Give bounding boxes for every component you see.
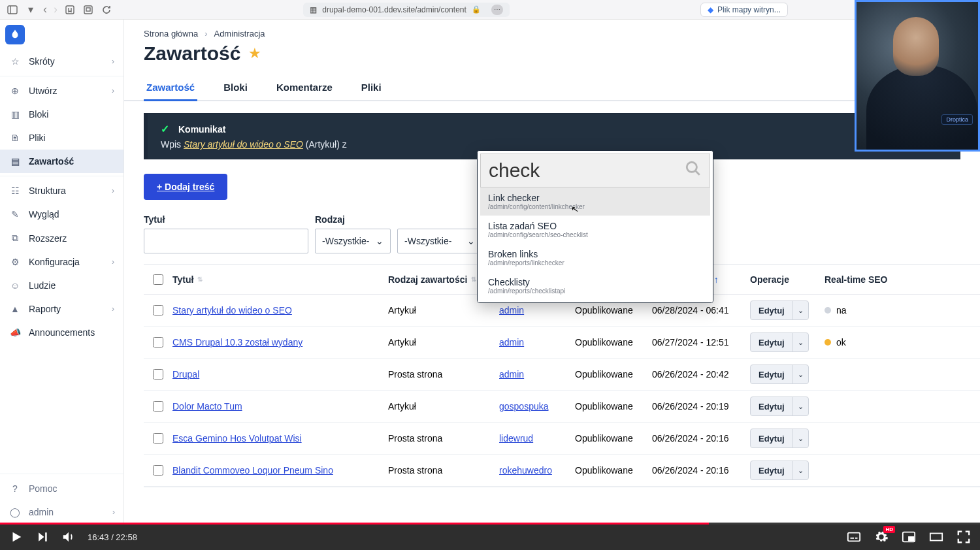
message-text: (Artykuł)	[306, 139, 340, 150]
row-title-link[interactable]: CMS Drupal 10.3 został wydany	[172, 337, 302, 348]
sidebar-item-bloki[interactable]: ▥Bloki	[0, 103, 123, 126]
row-title-link[interactable]: Esca Gemino Hos Volutpat Wisi	[172, 433, 302, 444]
sidebar-shortcuts[interactable]: ☆ Skróty ›	[0, 50, 123, 73]
row-type: Artykuł	[388, 305, 499, 315]
sidebar-item-struktura[interactable]: ☷Struktura›	[0, 179, 123, 202]
select-all-checkbox[interactable]	[153, 274, 163, 285]
fullscreen-button[interactable]	[956, 530, 971, 544]
refresh-icon[interactable]	[101, 4, 112, 16]
sidebar-item-label: Konfiguracja	[29, 257, 80, 267]
result-title: Link checker	[488, 193, 702, 203]
search-result-item[interactable]: Link checker/admin/config/content/linkch…	[480, 187, 710, 216]
row-author-link[interactable]: admin	[499, 337, 524, 348]
extension-label: Plik mapy witryn...	[717, 5, 781, 14]
miniplayer-button[interactable]	[902, 530, 916, 544]
sidebar-item-rozszerz[interactable]: ⧉Rozszerz	[0, 226, 123, 250]
volume-button[interactable]	[61, 530, 76, 544]
row-author-link[interactable]: rokehuwedro	[499, 465, 552, 476]
theater-button[interactable]	[929, 530, 943, 544]
chevron-down-icon[interactable]: ⌄	[792, 429, 808, 447]
sidebar-admin-user[interactable]: ◯ admin ›	[0, 500, 124, 524]
next-button[interactable]	[35, 530, 50, 544]
edit-button[interactable]: Edytuj⌄	[750, 364, 809, 384]
sidebar-toggle-icon[interactable]	[7, 4, 18, 16]
row-author-link[interactable]: lidewrud	[499, 433, 533, 444]
tab-pliki[interactable]: Pliki	[359, 75, 384, 101]
sidebar-help[interactable]: ? Pomoc	[0, 477, 124, 500]
extend-icon: ⧉	[9, 233, 21, 244]
row-title-link[interactable]: Blandit Commoveo Loquor Pneum Sino	[172, 465, 333, 476]
play-button[interactable]	[9, 530, 24, 544]
bookmark-square-icon[interactable]	[64, 4, 76, 16]
sidebar-item-ludzie[interactable]: ☺Ludzie	[0, 274, 123, 297]
breadcrumb: Strona główna › Administracja	[124, 20, 980, 40]
result-path: /admin/reports/checklistapi	[488, 287, 702, 295]
screen-square-icon[interactable]	[82, 4, 94, 16]
tab-komentarze[interactable]: Komentarze	[274, 75, 335, 101]
chevron-down-icon[interactable]: ⌄	[792, 301, 808, 319]
breadcrumb-item[interactable]: Administracja	[214, 29, 265, 39]
sidebar-item-label: Wygląd	[29, 209, 59, 219]
chevron-right-icon: ›	[112, 257, 114, 267]
message-link[interactable]: Stary artykuł do wideo o SEO	[184, 139, 303, 150]
chevron-down-icon[interactable]: ⌄	[792, 333, 808, 351]
sidebar-item-zawartość[interactable]: ▤Zawartość	[0, 150, 123, 173]
chevron-down-icon[interactable]: ⌄	[792, 397, 808, 415]
nav-back-icon[interactable]: ‹	[43, 3, 47, 16]
translate-icon[interactable]: ⋯	[491, 5, 503, 15]
filter-title-input[interactable]	[144, 229, 308, 253]
seo-cell: na	[825, 305, 890, 315]
search-result-item[interactable]: Lista zadań SEO/admin/config/search/seo-…	[480, 216, 710, 244]
search-input-row[interactable]: check	[480, 154, 710, 187]
appearance-icon: ✎	[9, 209, 21, 219]
row-title-link[interactable]: Stary artykuł do wideo o SEO	[172, 305, 292, 315]
chevron-down-icon[interactable]: ⌄	[792, 365, 808, 383]
row-checkbox[interactable]	[153, 401, 163, 412]
edit-button[interactable]: Edytuj⌄	[750, 396, 809, 416]
row-checkbox[interactable]	[153, 369, 163, 380]
sidebar-item-raporty[interactable]: ▲Raporty›	[0, 297, 123, 321]
favorite-star-icon[interactable]: ★	[248, 45, 261, 62]
tab-bloki[interactable]: Bloki	[221, 75, 250, 101]
sidebar-item-wygląd[interactable]: ✎Wygląd	[0, 202, 123, 226]
seo-status-text: ok	[836, 337, 846, 348]
edit-button[interactable]: Edytuj⌄	[750, 461, 809, 480]
add-content-button[interactable]: + Dodaj treść	[144, 174, 227, 200]
breadcrumb-item[interactable]: Strona główna	[144, 29, 198, 39]
filter-status-select[interactable]: -Wszystkie- ⌄	[397, 229, 482, 253]
sidebar-item-label: Rozszerz	[29, 233, 67, 244]
search-result-item[interactable]: Broken links/admin/reports/linkchecker	[480, 244, 710, 272]
edit-button[interactable]: Edytuj⌄	[750, 429, 809, 448]
edit-button[interactable]: Edytuj⌄	[750, 300, 809, 320]
sidebar-item-pliki[interactable]: 🗎Pliki	[0, 126, 123, 150]
sidebar-item-label: Utwórz	[29, 86, 57, 96]
sidebar-item-konfiguracja[interactable]: ⚙Konfiguracja›	[0, 250, 123, 274]
result-path: /admin/config/search/seo-checklist	[488, 231, 702, 238]
subtitles-button[interactable]	[847, 530, 861, 544]
svg-rect-12	[930, 534, 942, 541]
search-icon	[685, 160, 702, 181]
sidebar-item-utwórz[interactable]: ⊕Utwórz›	[0, 79, 123, 103]
row-checkbox[interactable]	[153, 337, 163, 348]
drupal-logo[interactable]	[5, 25, 25, 44]
row-author-link[interactable]: admin	[499, 369, 524, 380]
nav-forward-icon[interactable]: ›	[54, 3, 57, 16]
settings-button[interactable]: HD	[874, 530, 889, 544]
search-result-item[interactable]: Checklisty/admin/reports/checklistapi	[480, 272, 710, 300]
webcam-overlay: Droptica	[855, 0, 980, 152]
sidebar-item-announcements[interactable]: 📣Announcements	[0, 321, 123, 344]
tab-zawartosc[interactable]: Zawartość	[144, 75, 197, 101]
row-checkbox[interactable]	[153, 465, 163, 476]
url-bar[interactable]: ▦ drupal-demo-001.ddev.site/admin/conten…	[303, 3, 510, 17]
row-author-link[interactable]: admin	[499, 305, 524, 315]
row-title-link[interactable]: Dolor Macto Tum	[172, 401, 242, 412]
edit-button[interactable]: Edytuj⌄	[750, 332, 809, 352]
row-checkbox[interactable]	[153, 305, 163, 315]
row-checkbox[interactable]	[153, 433, 163, 444]
row-title-link[interactable]: Drupal	[172, 369, 199, 380]
chevron-down-icon[interactable]: ▾	[25, 4, 37, 16]
row-author-link[interactable]: gospospuka	[499, 401, 549, 412]
filter-type-select[interactable]: -Wszystkie- ⌄	[315, 229, 391, 253]
chevron-down-icon[interactable]: ⌄	[792, 461, 808, 479]
extension-pill[interactable]: ◆ Plik mapy witryn...	[700, 3, 788, 17]
